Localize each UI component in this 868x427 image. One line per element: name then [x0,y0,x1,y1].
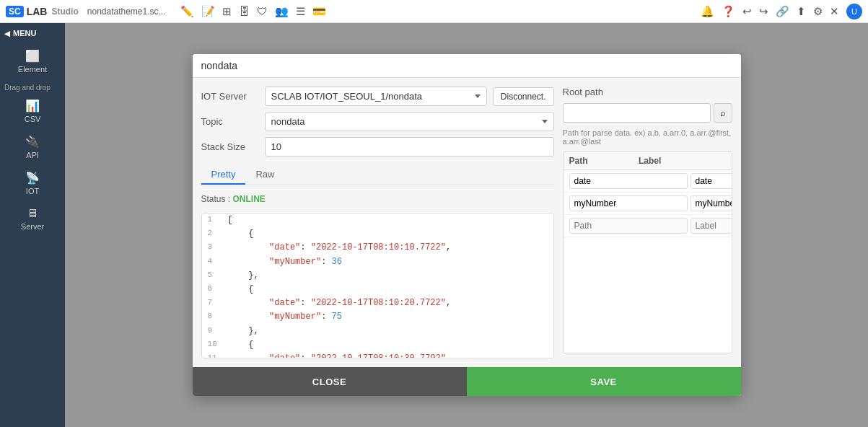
status-label: Status : [201,194,231,204]
sidebar: ◀ MENU ⬜ Element Drag and drop 📊 CSV 🔌 A… [0,23,65,427]
server-label: Server [21,222,44,231]
parse-hint: Path for parse data. ex) a.b, a.arr.0, a… [563,128,732,146]
sidebar-item-api[interactable]: 🔌 API [0,129,65,165]
modal-title-input[interactable] [201,60,732,71]
tab-pretty[interactable]: Pretty [201,165,246,185]
modal: IOT Server SCLAB IOT/IOT_SEOUL_1/nondata… [193,54,741,396]
sidebar-item-server[interactable]: 🖥 Server [0,201,65,237]
save-button[interactable]: SAVE [467,367,741,396]
path-col-header: Path [569,156,639,166]
right-panel: Root path ⌕ Path for parse data. ex) a.b… [563,87,732,358]
status-bar: Status : ONLINE [201,191,554,207]
close-icon[interactable]: ✕ [830,5,839,18]
code-line-5: 5 }, [202,269,553,283]
sidebar-item-csv[interactable]: 📊 CSV [0,93,65,129]
logo-sc: SC [6,6,24,17]
modal-body: IOT Server SCLAB IOT/IOT_SEOUL_1/nondata… [193,78,741,367]
root-path-input[interactable] [563,103,711,123]
api-label: API [26,151,39,159]
search-icon: ⌕ [720,107,726,118]
csv-icon: 📊 [25,99,40,113]
code-panel: 1 [ 2 { 3 "date": "2022-10-17T08:10:10.7… [201,213,554,358]
code-scroll[interactable]: 1 [ 2 { 3 "date": "2022-10-17T08:10:10.7… [202,214,553,358]
label-input-3[interactable] [691,218,732,234]
edit-pencil-icon[interactable]: ✏️ [180,5,194,18]
element-icon: ⬜ [25,49,40,63]
iot-icon: 📡 [25,171,40,185]
redo-icon[interactable]: ↪ [759,5,768,18]
stack-size-row: Stack Size [201,137,554,157]
server-icon: 🖥 [27,207,38,220]
table-row: 🗑 [564,170,732,193]
topbar-icons: ✏️ 📝 ⊞ 🗄 🛡 👥 ☰ 💳 [180,5,326,18]
code-line-2: 2 { [202,227,553,241]
path-input-1[interactable] [569,173,688,189]
menu-label: MENU [13,29,36,38]
tab-raw[interactable]: Raw [245,165,284,185]
iot-server-row: IOT Server SCLAB IOT/IOT_SEOUL_1/nondata… [201,87,554,106]
path-table: Path Label 🗑 [563,151,732,353]
code-line-9: 9 }, [202,325,553,338]
avatar[interactable]: U [846,4,862,19]
table-row: 🗑 [564,193,732,215]
sidebar-item-element[interactable]: ⬜ Element [0,43,65,79]
code-line-3: 3 "date": "2022-10-17T08:10:10.7722", [202,241,553,255]
edit-square-icon[interactable]: 📝 [201,5,215,18]
stack-size-input[interactable] [265,137,554,157]
csv-label: CSV [25,115,41,123]
code-line-7: 7 "date": "2022-10-17T08:10:20.7722", [202,296,553,310]
menu-arrow-icon: ◀ [4,30,10,38]
modal-overlay: IOT Server SCLAB IOT/IOT_SEOUL_1/nondata… [65,23,868,427]
undo-icon[interactable]: ↩ [742,5,752,18]
users-icon[interactable]: 👥 [275,5,289,18]
database-icon[interactable]: 🗄 [239,5,250,17]
code-line-1: 1 [ [202,214,553,227]
filename: nondatatheme1.sc... [87,6,166,17]
root-path-input-row: ⌕ [563,103,732,123]
label-input-1[interactable] [691,173,732,189]
table-row [564,215,732,237]
topbar-right: 🔔 ❓ ↩ ↪ 🔗 ⬆ ⚙ ✕ U [701,4,862,19]
help-icon[interactable]: ❓ [722,5,735,18]
list-icon[interactable]: ☰ [296,5,305,18]
topic-label: Topic [201,116,259,127]
element-label: Element [18,65,47,74]
settings-icon[interactable]: ⚙ [813,5,823,18]
label-col-header: Label [639,156,709,166]
label-input-2[interactable] [691,195,732,211]
root-path-label: Root path [563,87,732,97]
topic-row: Topic nondata [201,112,554,131]
code-line-10: 10 { [202,338,553,352]
iot-label: IOT [26,187,39,195]
sidebar-menu-header: ◀ MENU [0,23,65,43]
main-area: IOT Server SCLAB IOT/IOT_SEOUL_1/nondata… [65,23,868,427]
code-line-8: 8 "myNumber": 75 [202,310,553,324]
credit-card-icon[interactable]: 💳 [312,5,326,18]
topic-select[interactable]: nondata [265,112,554,131]
path-input-3[interactable] [569,218,688,234]
path-input-2[interactable] [569,195,688,211]
drag-drop-label: Drag and drop [0,79,65,93]
studio-label: Studio [51,6,78,17]
iot-server-label: IOT Server [201,91,259,102]
root-path-search-button[interactable]: ⌕ [714,103,732,123]
path-table-header: Path Label [564,152,732,170]
upload-icon[interactable]: ⬆ [797,5,806,18]
bell-icon[interactable]: 🔔 [701,5,714,18]
logo: SC LAB Studio [6,6,79,17]
modal-header [193,54,741,78]
disconnect-button[interactable]: Disconnect. [493,87,554,106]
close-button[interactable]: CLOSE [193,367,467,396]
delete-col-header [709,156,726,166]
status-value: ONLINE [233,194,266,204]
code-line-6: 6 { [202,283,553,296]
shield-icon[interactable]: 🛡 [257,5,268,17]
code-line-11: 11 "date": "2022-10-17T08:10:30.7792", [202,352,553,358]
sidebar-item-iot[interactable]: 📡 IOT [0,165,65,201]
grid-icon[interactable]: ⊞ [222,5,232,18]
iot-server-select[interactable]: SCLAB IOT/IOT_SEOUL_1/nondata [265,87,487,106]
stack-size-label: Stack Size [201,141,259,152]
share-icon[interactable]: 🔗 [776,5,789,18]
logo-lab: LAB [27,6,48,17]
modal-footer: CLOSE SAVE [193,367,741,396]
